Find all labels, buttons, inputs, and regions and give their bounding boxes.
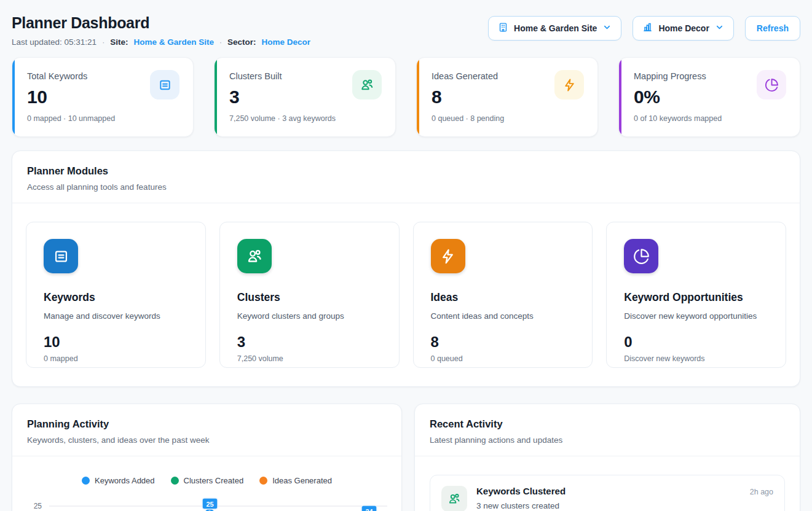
page-header: Planner Dashboard Last updated: 05:31:21… xyxy=(12,9,800,47)
stat-card-total-keywords: Total Keywords 10 0 mapped · 10 unmapped xyxy=(12,57,194,137)
planning-activity-subtitle: Keywords, clusters, and ideas over the p… xyxy=(27,435,387,445)
site-label: Site: xyxy=(110,37,128,47)
modules-grid: Keywords Manage and discover keywords 10… xyxy=(12,203,800,386)
chevron-down-icon xyxy=(715,23,724,34)
module-card-ideas[interactable]: Ideas Content ideas and concepts 8 0 que… xyxy=(413,222,593,368)
module-sub: 0 queued xyxy=(431,354,575,363)
module-value: 8 xyxy=(431,334,575,351)
stat-sub: 0 of 10 keywords mapped xyxy=(634,114,785,123)
planning-activity-header: Planning Activity Keywords, clusters, an… xyxy=(12,404,401,456)
module-value: 0 xyxy=(624,334,768,351)
stat-card-mapping-progress: Mapping Progress 0% 0 of 10 keywords map… xyxy=(618,57,800,137)
document-icon xyxy=(44,239,78,273)
legend-label: Clusters Created xyxy=(184,476,244,485)
users-icon xyxy=(441,486,467,511)
module-sub: 0 mapped xyxy=(44,354,188,363)
legend-item-keywords-added[interactable]: Keywords Added xyxy=(82,476,155,485)
legend-label: Keywords Added xyxy=(95,476,155,485)
activity-item-title: Keywords Clustered xyxy=(476,486,566,496)
pie-chart-icon xyxy=(624,239,658,273)
activity-item-time: 2h ago xyxy=(750,488,773,496)
module-description: Discover new keyword opportunities xyxy=(624,311,768,321)
last-updated-text: Last updated: 05:31:21 xyxy=(12,37,97,47)
accent-bar xyxy=(417,58,419,136)
building-icon xyxy=(498,22,508,34)
refresh-button-label: Refresh xyxy=(757,23,789,33)
svg-text:25: 25 xyxy=(206,501,213,508)
stat-card-clusters-built: Clusters Built 3 7,250 volume · 3 avg ke… xyxy=(214,57,396,137)
pie-chart-icon xyxy=(757,70,786,99)
legend-label: Ideas Generated xyxy=(272,476,332,485)
meta-separator: · xyxy=(219,38,222,47)
site-link[interactable]: Home & Garden Site xyxy=(133,37,214,47)
module-title: Clusters xyxy=(237,291,382,304)
activity-line-chart: 25 25 24 xyxy=(12,493,401,511)
module-description: Keyword clusters and groups xyxy=(237,311,382,321)
module-card-keywords[interactable]: Keywords Manage and discover keywords 10… xyxy=(26,222,206,368)
activity-item-description: 3 new clusters created xyxy=(476,501,773,510)
document-icon xyxy=(150,70,179,99)
svg-text:24: 24 xyxy=(365,508,373,511)
activity-item-keywords-clustered[interactable]: Keywords Clustered 2h ago 3 new clusters… xyxy=(430,475,785,511)
users-icon xyxy=(237,239,272,273)
data-label-badge-24: 24 xyxy=(361,505,377,511)
recent-activity-header: Recent Activity Latest planning actions … xyxy=(415,404,800,456)
module-sub: 7,250 volume xyxy=(237,354,382,363)
recent-activity-panel: Recent Activity Latest planning actions … xyxy=(414,404,800,511)
activity-list: Keywords Clustered 2h ago 3 new clusters… xyxy=(415,456,800,511)
sector-selector-dropdown[interactable]: Home Decor xyxy=(633,16,733,41)
modules-panel-header: Planner Modules Access all planning tool… xyxy=(12,151,800,203)
planning-activity-title: Planning Activity xyxy=(27,418,387,430)
stats-row: Total Keywords 10 0 mapped · 10 unmapped… xyxy=(12,57,800,137)
stat-sub: 0 mapped · 10 unmapped xyxy=(27,114,178,123)
module-title: Ideas xyxy=(431,291,575,304)
module-card-keyword-opportunities[interactable]: Keyword Opportunities Discover new keywo… xyxy=(606,222,786,368)
accent-bar xyxy=(215,58,217,136)
module-sub: Discover new keywords xyxy=(624,354,768,363)
module-value: 3 xyxy=(237,334,382,351)
lightning-icon xyxy=(554,70,584,99)
legend-dot-blue xyxy=(82,477,90,485)
page-title: Planner Dashboard xyxy=(12,14,310,32)
legend-item-clusters-created[interactable]: Clusters Created xyxy=(171,476,244,485)
accent-bar xyxy=(619,58,621,136)
legend-item-ideas-generated[interactable]: Ideas Generated xyxy=(259,476,332,485)
stat-sub: 7,250 volume · 3 avg keywords xyxy=(229,114,380,123)
modules-panel-subtitle: Access all planning tools and features xyxy=(27,182,785,192)
header-controls: Home & Garden Site Home Decor Refresh xyxy=(488,16,800,41)
modules-panel-title: Planner Modules xyxy=(27,165,785,177)
module-card-clusters[interactable]: Clusters Keyword clusters and groups 3 7… xyxy=(219,222,400,368)
legend-dot-orange xyxy=(259,477,267,485)
lightning-icon xyxy=(431,239,465,273)
chart-legend: Keywords Added Clusters Created Ideas Ge… xyxy=(12,476,401,485)
accent-bar xyxy=(12,58,15,136)
recent-activity-title: Recent Activity xyxy=(430,418,785,430)
meta-separator: · xyxy=(102,38,104,47)
planning-activity-panel: Planning Activity Keywords, clusters, an… xyxy=(12,404,402,511)
module-title: Keyword Opportunities xyxy=(624,291,768,304)
users-icon xyxy=(352,70,382,99)
data-label-badge-25: 25 xyxy=(202,498,218,509)
legend-dot-green xyxy=(171,477,179,485)
page-meta: Last updated: 05:31:21 · Site: Home & Ga… xyxy=(12,37,310,47)
bar-chart-icon xyxy=(642,22,653,34)
stat-sub: 0 queued · 8 pending xyxy=(432,114,583,123)
sector-selector-label: Home Decor xyxy=(658,23,709,33)
module-description: Content ideas and concepts xyxy=(431,311,575,321)
refresh-button[interactable]: Refresh xyxy=(745,16,800,41)
planner-dashboard-page: Planner Dashboard Last updated: 05:31:21… xyxy=(0,0,812,511)
sector-link[interactable]: Home Decor xyxy=(261,37,310,47)
module-description: Manage and discover keywords xyxy=(44,311,188,321)
stat-card-ideas-generated: Ideas Generated 8 0 queued · 8 pending xyxy=(416,57,598,137)
site-selector-dropdown[interactable]: Home & Garden Site xyxy=(488,16,621,41)
chevron-down-icon xyxy=(602,23,612,34)
sector-label: Sector: xyxy=(227,37,256,47)
site-selector-label: Home & Garden Site xyxy=(514,23,597,33)
bottom-row: Planning Activity Keywords, clusters, an… xyxy=(12,404,800,511)
planner-modules-panel: Planner Modules Access all planning tool… xyxy=(12,150,800,387)
module-title: Keywords xyxy=(44,291,188,304)
y-axis-tick: 25 xyxy=(34,502,42,510)
module-value: 10 xyxy=(44,334,188,351)
recent-activity-subtitle: Latest planning actions and updates xyxy=(430,435,785,445)
